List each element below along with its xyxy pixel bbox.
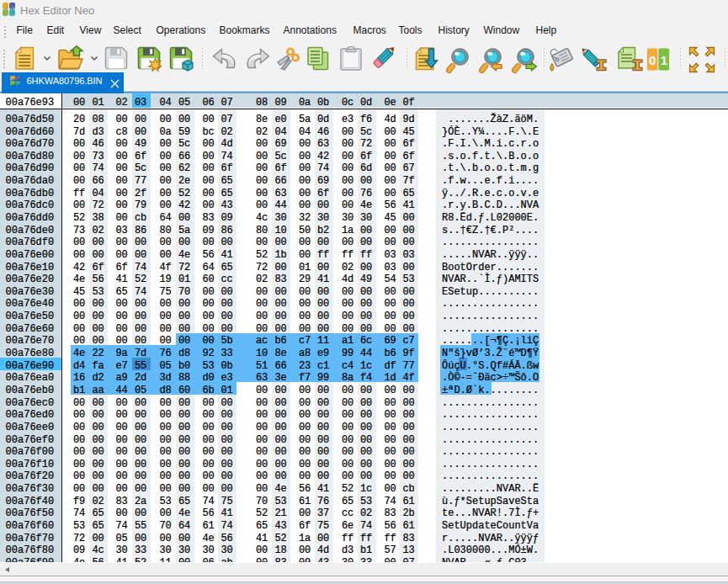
svg-text:0: 0 — [649, 53, 656, 67]
svg-text:1: 1 — [661, 53, 667, 67]
